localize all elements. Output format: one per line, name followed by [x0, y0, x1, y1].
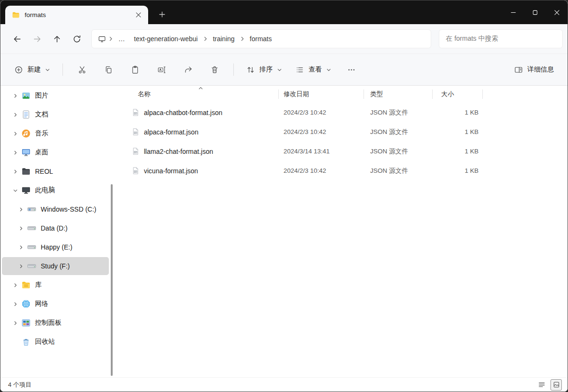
breadcrumb-item[interactable]: text-generation-webui: [130, 33, 202, 45]
breadcrumb-overflow[interactable]: …: [114, 33, 129, 45]
cut-button[interactable]: [71, 61, 92, 79]
chevron-icon[interactable]: [10, 93, 20, 98]
file-type: JSON 源文件: [364, 108, 433, 117]
chevron-icon[interactable]: [10, 321, 20, 326]
sidebar-item[interactable]: 文档: [2, 106, 109, 124]
chevron-icon[interactable]: [16, 207, 26, 212]
chevron-icon[interactable]: [16, 245, 26, 250]
file-name-cell: alpaca-format.json: [123, 128, 279, 136]
sidebar-item[interactable]: 库: [2, 276, 109, 294]
file-row[interactable]: vicuna-format.json 2024/2/3 10:42 JSON 源…: [123, 161, 568, 180]
share-button[interactable]: [178, 61, 198, 79]
file-row[interactable]: llama2-chat-format.json 2024/3/14 13:41 …: [123, 142, 568, 161]
folder-dark-icon: [21, 167, 31, 176]
chevron-icon[interactable]: [10, 283, 20, 288]
json-file-icon: [132, 108, 140, 116]
file-modified: 2024/2/3 10:42: [279, 128, 364, 135]
view-button[interactable]: 查看: [290, 61, 337, 79]
drive-windows-icon: [27, 205, 36, 214]
sidebar-item[interactable]: 图片: [2, 87, 109, 105]
file-list: alpaca-chatbot-format.json 2024/2/3 10:4…: [116, 103, 568, 180]
status-bar: 4 个项目: [0, 377, 568, 392]
file-type: JSON 源文件: [364, 128, 433, 136]
chevron-icon[interactable]: [10, 112, 20, 117]
chevron-icon[interactable]: [10, 188, 20, 193]
chevron-right-icon: [240, 36, 245, 42]
file-row[interactable]: alpaca-format.json 2024/2/3 10:42 JSON 源…: [123, 122, 568, 142]
column-header-modified[interactable]: 修改日期: [279, 86, 364, 103]
file-name: alpaca-format.json: [144, 128, 198, 136]
search-placeholder: 在 formats 中搜索: [446, 35, 498, 43]
sort-button[interactable]: 排序: [241, 61, 287, 79]
file-size: 1 KB: [433, 128, 483, 135]
sidebar-item[interactable]: 此电脑: [2, 181, 109, 199]
column-type-label: 类型: [370, 90, 383, 98]
sidebar-item-label: 回收站: [35, 338, 55, 346]
toolbar-divider: [62, 63, 63, 76]
chevron-icon[interactable]: [10, 302, 20, 307]
search-input[interactable]: 在 formats 中搜索: [439, 29, 563, 48]
network-icon: [21, 299, 31, 309]
file-name: vicuna-format.json: [144, 167, 198, 175]
more-options-button[interactable]: [341, 61, 362, 79]
tab-close-icon[interactable]: [132, 9, 144, 21]
large-icons-view-toggle[interactable]: [550, 379, 562, 391]
breadcrumb-item[interactable]: formats: [246, 33, 276, 45]
rename-button[interactable]: [151, 61, 172, 79]
close-button[interactable]: [546, 0, 568, 24]
sidebar-item[interactable]: 桌面: [2, 143, 109, 161]
column-header-name[interactable]: 名称: [123, 86, 279, 103]
this-pc-icon: [21, 186, 31, 195]
up-button[interactable]: [48, 30, 66, 48]
sidebar-item[interactable]: 回收站: [2, 333, 109, 351]
sidebar-item-label: Windows-SSD (C:): [41, 205, 96, 213]
sidebar-item[interactable]: Study (F:): [2, 257, 109, 275]
file-type: JSON 源文件: [364, 167, 433, 175]
chevron-icon[interactable]: [16, 226, 26, 231]
minimize-button[interactable]: [502, 0, 524, 24]
column-header-size[interactable]: 大小: [433, 86, 483, 103]
forward-button[interactable]: [28, 30, 46, 48]
sidebar-item[interactable]: 音乐: [2, 125, 109, 143]
copy-button[interactable]: [98, 61, 119, 79]
view-icon: [295, 65, 304, 74]
sidebar-item[interactable]: 网络: [2, 295, 109, 313]
sidebar-item[interactable]: Happy (E:): [2, 238, 109, 256]
sidebar-item[interactable]: REOL: [2, 162, 109, 180]
file-name-cell: alpaca-chatbot-format.json: [123, 108, 279, 116]
folder-icon: [12, 11, 20, 19]
details-pane-button[interactable]: 详细信息: [509, 61, 559, 79]
drive-icon: [27, 261, 36, 271]
pictures-icon: [21, 91, 31, 100]
chevron-icon[interactable]: [10, 131, 20, 136]
explorer-tab[interactable]: formats: [5, 6, 148, 24]
file-row[interactable]: alpaca-chatbot-format.json 2024/2/3 10:4…: [123, 103, 568, 122]
computer-icon[interactable]: [98, 35, 106, 43]
paste-button[interactable]: [124, 61, 145, 79]
details-view-toggle[interactable]: [536, 379, 547, 391]
sort-ascending-icon: [198, 86, 204, 91]
new-button[interactable]: 新建: [9, 61, 55, 79]
sidebar-item[interactable]: Windows-SSD (C:): [2, 200, 109, 218]
breadcrumb-item[interactable]: training: [209, 33, 239, 45]
chevron-icon[interactable]: [10, 169, 20, 174]
delete-button[interactable]: [204, 61, 225, 79]
sidebar-item[interactable]: 控制面板: [2, 314, 109, 332]
chevron-right-icon: [203, 36, 208, 42]
maximize-button[interactable]: [524, 0, 546, 24]
sidebar-scrollbar[interactable]: [111, 184, 113, 376]
chevron-icon[interactable]: [10, 150, 20, 155]
chevron-icon[interactable]: [16, 264, 26, 269]
sidebar-item-label: 文档: [35, 110, 48, 119]
toolbar-divider: [233, 63, 234, 76]
back-button[interactable]: [8, 30, 26, 48]
refresh-button[interactable]: [68, 30, 86, 48]
sidebar-item[interactable]: Data (D:): [2, 219, 109, 237]
content-area: 图片 文档 音乐 桌面 REOL 此电脑 Windows-SSD (C:) Da…: [0, 86, 568, 377]
column-header-type[interactable]: 类型: [364, 86, 433, 103]
sidebar-item-label: Study (F:): [41, 262, 70, 270]
sidebar-item-label: 网络: [35, 300, 48, 308]
file-name-cell: llama2-chat-format.json: [123, 147, 279, 155]
file-explorer-window: formats … text-generation-webuitrainingf…: [0, 0, 568, 392]
new-tab-button[interactable]: [156, 8, 168, 20]
